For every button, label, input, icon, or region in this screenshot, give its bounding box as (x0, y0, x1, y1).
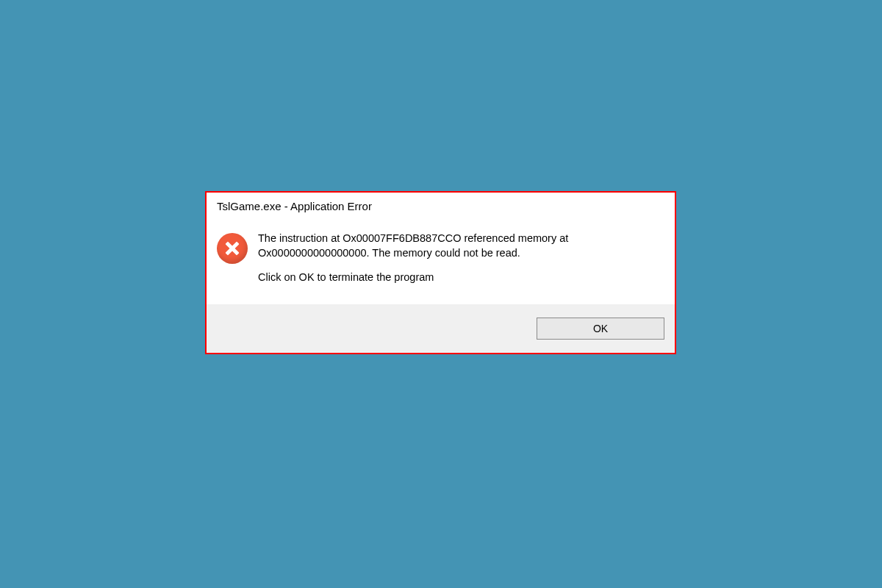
error-icon-container (217, 233, 248, 264)
dialog-button-bar: OK (207, 304, 675, 353)
error-message-instruction: Click on OK to terminate the program (258, 270, 664, 285)
dialog-content: The instruction at Ox00007FF6DB887CCO re… (207, 218, 675, 304)
dialog-message: The instruction at Ox00007FF6DB887CCO re… (258, 232, 664, 285)
ok-button[interactable]: OK (537, 318, 664, 340)
error-message-main: The instruction at Ox00007FF6DB887CCO re… (258, 232, 664, 260)
error-icon (217, 233, 248, 264)
error-dialog: TslGame.exe - Application Error The inst… (205, 191, 676, 354)
dialog-title: TslGame.exe - Application Error (207, 193, 675, 218)
